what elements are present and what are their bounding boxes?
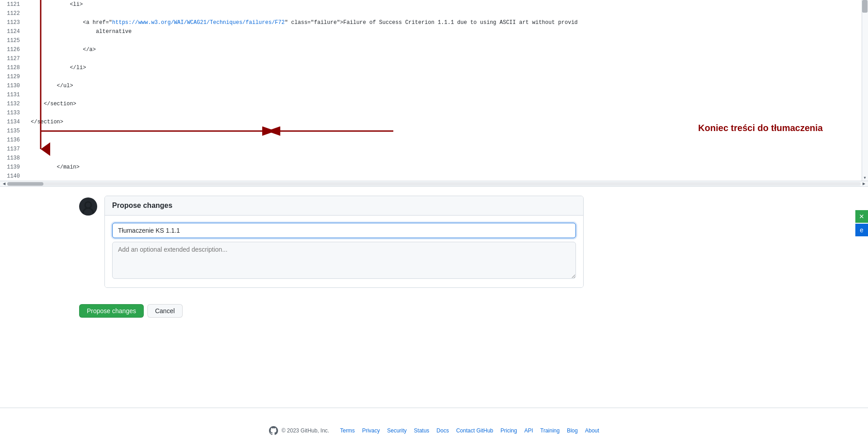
propose-header-title: Propose changes xyxy=(112,202,172,209)
footer-link[interactable]: Terms xyxy=(340,427,355,434)
code-line: 1137 xyxy=(0,145,862,154)
footer-link[interactable]: Status xyxy=(414,427,429,434)
line-number: 1123 xyxy=(0,18,27,27)
code-line: 1122 xyxy=(0,9,862,18)
line-number: 1139 xyxy=(0,163,27,172)
footer-link[interactable]: Training xyxy=(540,427,560,434)
code-line: 1132 </section> xyxy=(0,99,862,108)
h-scrollbar-track xyxy=(7,182,861,186)
line-number: 1133 xyxy=(0,108,27,117)
line-number: 1128 xyxy=(0,63,27,72)
scrollbar-thumb xyxy=(862,0,868,13)
avatar xyxy=(79,197,97,216)
line-number: 1124 xyxy=(0,27,27,36)
footer-link[interactable]: Pricing xyxy=(500,427,517,434)
scroll-left-icon[interactable]: ◀ xyxy=(1,181,7,187)
line-number: 1132 xyxy=(0,99,27,108)
scroll-right-icon[interactable]: ▶ xyxy=(861,181,867,187)
footer-link[interactable]: Docs xyxy=(437,427,449,434)
line-content xyxy=(27,9,862,18)
footer-link[interactable]: Contact GitHub xyxy=(456,427,493,434)
footer-links: TermsPrivacySecurityStatusDocsContact Gi… xyxy=(340,427,599,434)
line-number: 1126 xyxy=(0,45,27,54)
footer-copyright: © 2023 GitHub, Inc. xyxy=(282,427,330,434)
propose-actions: Propose changes Cancel xyxy=(0,297,868,325)
line-content xyxy=(27,90,862,99)
line-number: 1136 xyxy=(0,136,27,145)
code-line: 1138 xyxy=(0,154,862,163)
line-number: 1138 xyxy=(0,154,27,163)
code-line: 1124 alternative xyxy=(0,27,862,36)
line-content xyxy=(27,136,862,145)
line-number: 1140 xyxy=(0,172,27,181)
commit-description-textarea[interactable] xyxy=(112,242,576,279)
code-line: 1135 xyxy=(0,127,862,136)
code-line: 1128 </li> xyxy=(0,63,862,72)
line-content: </main> xyxy=(27,163,862,172)
code-line: 1123 <a href="https://www.w3.org/WAI/WCA… xyxy=(0,18,862,27)
footer-link[interactable]: Security xyxy=(387,427,406,434)
line-number: 1122 xyxy=(0,9,27,18)
scroll-down-icon[interactable]: ▼ xyxy=(862,174,868,181)
line-number: 1130 xyxy=(0,81,27,90)
propose-form-body xyxy=(105,216,583,287)
code-line: 1129 xyxy=(0,72,862,81)
line-content xyxy=(27,154,862,163)
code-line: 1126 </a> xyxy=(0,45,862,54)
code-lines: 1121 <li>11221123 <a href="https://www.w… xyxy=(0,0,868,181)
code-line: 1125 xyxy=(0,36,862,45)
footer-link[interactable]: API xyxy=(524,427,533,434)
line-content: </li> xyxy=(27,63,862,72)
h-scrollbar-thumb xyxy=(7,182,43,186)
line-content xyxy=(27,145,862,154)
code-line: 1139 </main> xyxy=(0,163,862,172)
line-content xyxy=(27,72,862,81)
line-content: </a> xyxy=(27,45,862,54)
right-side-buttons: ✕ e xyxy=(855,210,868,236)
code-line: 1127 xyxy=(0,54,862,63)
avatar-icon xyxy=(80,200,96,216)
code-line: 1121 <li> xyxy=(0,0,862,9)
github-logo-icon xyxy=(269,426,278,435)
line-number: 1135 xyxy=(0,127,27,136)
code-line: 1131 xyxy=(0,90,862,99)
line-content xyxy=(27,127,862,136)
line-content: </section> xyxy=(27,117,862,127)
propose-form-container: Propose changes xyxy=(104,196,584,288)
side-button-2[interactable]: e xyxy=(855,224,868,236)
line-number: 1125 xyxy=(0,36,27,45)
commit-title-input[interactable] xyxy=(112,223,576,238)
line-number: 1121 xyxy=(0,0,27,9)
footer-link[interactable]: About xyxy=(585,427,599,434)
propose-changes-area: Propose changes Propose changes Cancel xyxy=(0,187,868,408)
line-number: 1129 xyxy=(0,72,27,81)
line-number: 1134 xyxy=(0,117,27,127)
footer-link[interactable]: Blog xyxy=(567,427,578,434)
line-number: 1127 xyxy=(0,54,27,63)
footer-brand: © 2023 GitHub, Inc. xyxy=(269,426,330,435)
code-line: 1136 xyxy=(0,136,862,145)
footer-link[interactable]: Privacy xyxy=(362,427,380,434)
propose-header: Propose changes xyxy=(105,196,583,216)
side-button-1[interactable]: ✕ xyxy=(855,210,868,223)
line-number: 1137 xyxy=(0,145,27,154)
horizontal-scrollbar[interactable]: ◀ ▶ xyxy=(0,181,868,186)
vertical-scrollbar[interactable]: ▼ xyxy=(862,0,868,181)
code-scroll-area[interactable]: ▼ 1121 <li>11221123 <a href="https://www… xyxy=(0,0,868,181)
line-content xyxy=(27,108,862,117)
cancel-button[interactable]: Cancel xyxy=(147,304,183,318)
line-content xyxy=(27,172,862,181)
footer: © 2023 GitHub, Inc. TermsPrivacySecurity… xyxy=(0,408,868,446)
code-editor-container: ▼ 1121 <li>11221123 <a href="https://www… xyxy=(0,0,868,187)
code-line: 1133 xyxy=(0,108,862,117)
code-line: 1140 xyxy=(0,172,862,181)
page-wrapper: ▼ 1121 <li>11221123 <a href="https://www… xyxy=(0,0,868,446)
line-content: </section> xyxy=(27,99,862,108)
propose-section: Propose changes xyxy=(0,187,868,297)
code-line: 1130 </ul> xyxy=(0,81,862,90)
line-content: <li> xyxy=(27,0,862,9)
propose-changes-button[interactable]: Propose changes xyxy=(79,304,144,318)
code-line: 1134</section> xyxy=(0,117,862,127)
line-content: <a href="https://www.w3.org/WAI/WCAG21/T… xyxy=(27,18,862,27)
line-content: </ul> xyxy=(27,81,862,90)
